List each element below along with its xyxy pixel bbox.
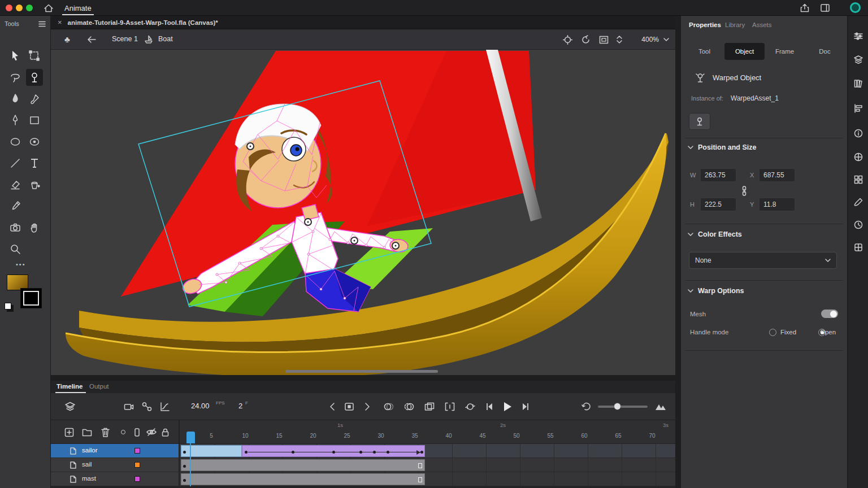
timeline-zoom-fit-button[interactable] xyxy=(654,401,667,412)
line-tool[interactable] xyxy=(7,155,24,172)
zoom-stepper[interactable] xyxy=(616,33,623,46)
fps-value[interactable]: 24.00 xyxy=(191,402,210,410)
loop-button[interactable] xyxy=(465,401,476,412)
camera-tool[interactable] xyxy=(7,219,24,236)
zoom-dropdown[interactable]: 400% xyxy=(628,33,669,46)
play-button[interactable] xyxy=(501,400,514,413)
onion-skin-button[interactable] xyxy=(383,401,394,412)
text-tool[interactable] xyxy=(26,155,43,172)
tools-panel-menu-icon[interactable] xyxy=(37,20,46,28)
traffic-maximize-button[interactable] xyxy=(26,5,33,11)
app-tab[interactable]: Animate xyxy=(59,0,97,16)
current-frame-button[interactable] xyxy=(344,401,355,412)
current-frame-value[interactable]: 2 xyxy=(238,402,242,410)
add-folder-button[interactable] xyxy=(81,426,93,438)
traffic-close-button[interactable] xyxy=(6,5,12,11)
height-field[interactable]: 222.5 xyxy=(700,198,736,211)
clover-icon[interactable]: ♣ xyxy=(64,34,70,44)
zoom-tool[interactable] xyxy=(7,241,24,258)
classic-brush-tool[interactable] xyxy=(26,90,43,107)
graph-editor-button[interactable] xyxy=(159,401,171,412)
modify-markers-button[interactable] xyxy=(444,401,455,412)
layer-row-sail-name[interactable]: sail xyxy=(51,458,180,472)
fluid-brush-tool[interactable] xyxy=(7,90,24,107)
frame-span-gray[interactable] xyxy=(181,459,425,471)
asset-warp-pin-button[interactable] xyxy=(689,113,710,130)
layer-color-swatch[interactable] xyxy=(134,448,140,454)
show-hide-all-button[interactable] xyxy=(146,428,157,437)
asset-warp-tool[interactable] xyxy=(26,69,43,86)
layer-color-swatch[interactable] xyxy=(134,462,140,468)
tab-assets[interactable]: Assets xyxy=(752,21,772,28)
home-button[interactable] xyxy=(43,3,54,13)
stage[interactable] xyxy=(51,50,675,375)
step-back-button[interactable] xyxy=(327,401,338,412)
width-field[interactable]: 263.75 xyxy=(700,168,736,182)
layer-row-sail-frames[interactable] xyxy=(180,458,675,472)
selection-tool[interactable] xyxy=(7,47,24,64)
tab-timeline[interactable]: Timeline xyxy=(57,383,83,390)
highlight-column-icon[interactable] xyxy=(133,428,140,437)
layer-panel-toggle-button[interactable] xyxy=(64,401,76,412)
ink-bottle-tool[interactable] xyxy=(26,176,43,193)
timeline-zoom-slider[interactable] xyxy=(598,406,648,408)
frame-span-gray[interactable] xyxy=(181,473,425,485)
more-tools-button[interactable]: ••• xyxy=(16,261,26,268)
clip-content-button[interactable] xyxy=(598,34,609,45)
traffic-minimize-button[interactable] xyxy=(16,5,23,11)
handle-open-label[interactable]: Open xyxy=(820,329,836,336)
free-transform-tool[interactable] xyxy=(26,47,43,64)
components-panel-button[interactable] xyxy=(853,242,864,253)
frame-ruler[interactable]: 1s 2s 3s 5 10 15 20 25 30 35 40 45 50 55… xyxy=(180,420,675,444)
timeline-zoom-reset-button[interactable] xyxy=(581,401,592,412)
outline-color-column-icon[interactable] xyxy=(121,430,125,434)
stroke-color-swatch[interactable] xyxy=(20,288,42,308)
color-effect-dropdown[interactable]: None xyxy=(689,252,837,269)
swatches-panel-button[interactable] xyxy=(853,174,864,185)
back-button[interactable] xyxy=(86,34,97,45)
layers-panel-button[interactable] xyxy=(853,54,864,66)
align-panel-button[interactable] xyxy=(853,103,864,114)
history-panel-button[interactable] xyxy=(853,219,864,230)
position-size-section-header[interactable]: Position and Size xyxy=(688,143,757,151)
canvas-h-scrollbar[interactable] xyxy=(285,370,438,373)
breadcrumb-scene[interactable]: Scene 1 xyxy=(112,35,138,43)
layer-color-swatch[interactable] xyxy=(134,476,140,482)
go-to-last-frame-button[interactable] xyxy=(520,401,531,412)
layer-row-mast-name[interactable]: mast xyxy=(51,472,180,486)
center-stage-button[interactable] xyxy=(562,34,573,45)
doc-tab-close-button[interactable]: × xyxy=(58,18,62,27)
library-panel-button[interactable] xyxy=(853,78,864,89)
add-camera-button[interactable] xyxy=(123,401,134,412)
breadcrumb-symbol[interactable]: Boat xyxy=(158,35,173,43)
subtab-doc[interactable]: Doc xyxy=(805,43,845,60)
account-avatar[interactable] xyxy=(850,2,861,13)
y-field[interactable]: 11.8 xyxy=(759,198,795,211)
step-forward-button[interactable] xyxy=(362,401,373,412)
color-panel-button[interactable] xyxy=(853,151,864,163)
link-dimensions-toggle[interactable] xyxy=(740,185,749,197)
properties-sliders-panel-button[interactable] xyxy=(853,30,864,42)
onion-outline-button[interactable] xyxy=(403,401,415,412)
workspace-button[interactable] xyxy=(819,3,831,13)
delete-layer-button[interactable] xyxy=(99,426,111,438)
layer-row-sailor-frames[interactable] xyxy=(180,444,675,458)
handle-fixed-radio[interactable] xyxy=(769,329,776,336)
hand-tool[interactable] xyxy=(26,219,43,236)
lock-all-button[interactable] xyxy=(160,428,170,437)
oval-tool[interactable] xyxy=(7,133,24,150)
layer-row-sailor-name[interactable]: sailor xyxy=(51,444,180,458)
eyedropper-tool[interactable] xyxy=(7,198,24,215)
default-colors-icon[interactable] xyxy=(5,303,11,310)
subtab-object[interactable]: Object xyxy=(724,43,765,60)
handle-fixed-label[interactable]: Fixed xyxy=(780,329,796,336)
mesh-toggle[interactable] xyxy=(821,310,838,318)
edit-multiple-frames-button[interactable] xyxy=(424,401,435,412)
tab-properties[interactable]: Properties xyxy=(689,21,721,28)
subtab-frame[interactable]: Frame xyxy=(765,43,805,60)
timeline-zoom-slider-handle[interactable] xyxy=(614,403,621,410)
share-button[interactable] xyxy=(799,3,810,13)
instance-name[interactable]: WarpedAsset_1 xyxy=(731,94,779,102)
eraser-tool[interactable] xyxy=(7,176,24,193)
rotate-stage-button[interactable] xyxy=(580,34,591,45)
